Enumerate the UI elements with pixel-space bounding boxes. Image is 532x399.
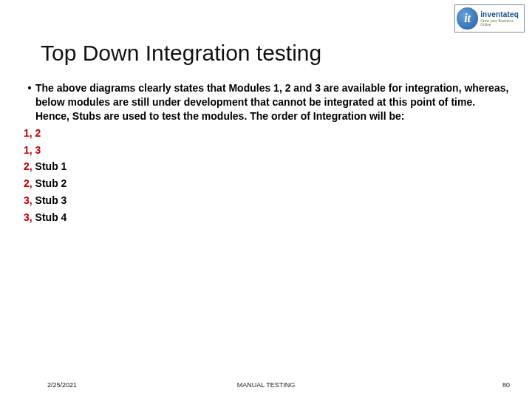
order-num: 2,: [24, 177, 35, 189]
order-num: 1, 2: [24, 127, 41, 139]
slide-body: • The above diagrams clearly states that…: [24, 81, 511, 225]
footer-page: 80: [502, 381, 510, 389]
list-item: 1, 3: [24, 143, 511, 157]
brand-logo: it inventateq Grow your Business Online: [454, 4, 525, 33]
slide-title: Top Down Integration testing: [41, 41, 321, 66]
order-num: 2,: [24, 160, 35, 172]
order-stub: Stub 4: [35, 211, 67, 223]
logo-glyph: it: [464, 12, 471, 25]
order-num: 3,: [24, 194, 35, 206]
bullet-dot-icon: •: [24, 81, 35, 123]
slide: it inventateq Grow your Business Online …: [0, 0, 532, 399]
list-item: 2, Stub 1: [24, 160, 511, 174]
logo-main: inventateq: [480, 11, 524, 18]
bullet-text: The above diagrams clearly states that M…: [35, 81, 511, 123]
order-stub: Stub 2: [35, 177, 67, 189]
list-item: 3, Stub 4: [24, 211, 511, 225]
order-num: 1, 3: [24, 144, 41, 156]
logo-sub: Grow your Business Online: [480, 19, 524, 27]
list-item: 3, Stub 3: [24, 194, 511, 208]
body-bullet: • The above diagrams clearly states that…: [24, 81, 511, 123]
order-stub: Stub 3: [35, 194, 67, 206]
footer-center: MANUAL TESTING: [0, 381, 532, 389]
list-item: 1, 2: [24, 126, 511, 140]
logo-badge-icon: it: [457, 7, 478, 30]
order-num: 3,: [24, 211, 35, 223]
integration-order: 1, 2 1, 3 2, Stub 1 2, Stub 2 3, Stub 3 …: [24, 126, 511, 225]
order-stub: Stub 1: [35, 160, 67, 172]
logo-text: inventateq Grow your Business Online: [480, 11, 524, 27]
list-item: 2, Stub 2: [24, 177, 511, 191]
